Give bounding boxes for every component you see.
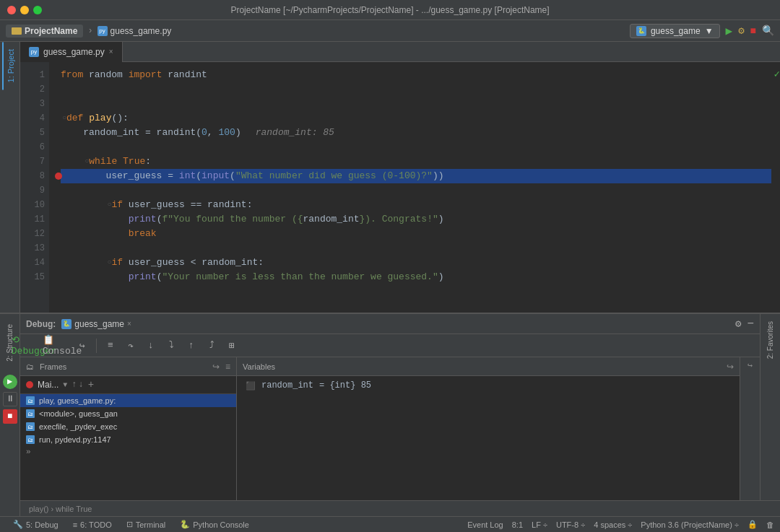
code-line: ○def play(): bbox=[61, 111, 771, 126]
frame-item[interactable]: 🗂 play, guess_game.py: bbox=[20, 394, 236, 407]
tab-close-button[interactable]: × bbox=[109, 48, 113, 56]
status-right: Event Log 8:1 LF ÷ UTF-8 ÷ 4 spaces ÷ Py… bbox=[467, 520, 774, 529]
indent[interactable]: 4 spaces ÷ bbox=[594, 520, 632, 529]
code-line bbox=[61, 82, 771, 97]
code-line: break bbox=[61, 227, 771, 241]
resume-button[interactable]: ▶ bbox=[3, 375, 17, 389]
debug-header: Debug: 🐍 guess_game × ⚙ − bbox=[20, 314, 760, 334]
encoding[interactable]: UTF-8 ÷ bbox=[556, 520, 585, 529]
python-console-tab[interactable]: 🐍 Python Console bbox=[173, 517, 256, 533]
sidebar-item-favorites[interactable]: 2: Favorites bbox=[763, 314, 777, 366]
tab-label: guess_game.py bbox=[43, 47, 105, 57]
editor-tab-bar: py guess_game.py × bbox=[20, 42, 780, 62]
line-ending[interactable]: LF ÷ bbox=[532, 520, 547, 529]
sidebar-item-project[interactable]: 1: Project bbox=[2, 42, 18, 90]
debug-tab-name: guess_game bbox=[74, 319, 124, 329]
debug-button[interactable]: ⚙ bbox=[738, 25, 744, 37]
window-title: ProjectName [~/PycharmProjects/ProjectNa… bbox=[230, 5, 549, 15]
frame-icon: 🗂 bbox=[26, 435, 35, 444]
debug-tab-icon: 🔧 bbox=[13, 520, 23, 529]
editor-tab-guess-game[interactable]: py guess_game.py × bbox=[20, 42, 123, 62]
pause-button[interactable]: ⏸ bbox=[3, 392, 17, 406]
code-line: ○while True: bbox=[61, 154, 771, 169]
debug-minimize-icon[interactable]: − bbox=[747, 318, 754, 331]
thread-selector[interactable]: Mai... ▼ ↑ ↓ + bbox=[20, 376, 236, 394]
run-button[interactable]: ▶ bbox=[726, 24, 733, 38]
minimize-button[interactable] bbox=[20, 6, 29, 14]
breadcrumb-toolbar: ProjectName › py guess_game.py 🐍 guess_g… bbox=[0, 20, 780, 42]
code-line bbox=[61, 241, 771, 256]
sidebar-item-structure[interactable]: 2: Structure bbox=[3, 317, 17, 369]
console-tab[interactable]: 📋 Console bbox=[54, 338, 70, 354]
run-configuration[interactable]: 🐍 guess_game ▼ bbox=[630, 24, 720, 38]
redirect-input-btn[interactable]: ↪ bbox=[74, 338, 90, 354]
thread-up-btn[interactable]: ↑ bbox=[72, 380, 77, 390]
frame-icon: 🗂 bbox=[26, 396, 35, 405]
var-name: random_int bbox=[261, 380, 313, 391]
frame-label: run, pydevd.py:1147 bbox=[39, 435, 111, 444]
debug-tab-label: 5: Debug bbox=[26, 520, 58, 529]
toolbar-separator bbox=[96, 339, 97, 353]
frame-item[interactable]: 🗂 <module>, guess_gan bbox=[20, 407, 236, 420]
panel-action-btn[interactable]: ↪ bbox=[748, 360, 753, 371]
thread-add-btn[interactable]: + bbox=[88, 379, 94, 391]
code-line bbox=[61, 140, 771, 154]
code-line: print(f"You found the number ({random_in… bbox=[61, 212, 771, 227]
project-breadcrumb[interactable]: ProjectName bbox=[6, 25, 83, 38]
variables-panel-header: Variables ↪ bbox=[237, 357, 740, 376]
window-controls[interactable] bbox=[7, 6, 42, 14]
var-type-icon: ⬛ bbox=[246, 381, 256, 391]
checkmark-icon: ✓ bbox=[774, 68, 780, 80]
frame-icon: 🗂 bbox=[26, 422, 35, 431]
step-into-btn[interactable]: ↓ bbox=[143, 338, 159, 354]
debug-right-panel: ↪ bbox=[740, 357, 760, 500]
file-breadcrumb[interactable]: py guess_game.py bbox=[98, 26, 172, 36]
close-button[interactable] bbox=[7, 6, 16, 14]
favorites-panel: 2: Favorites bbox=[760, 314, 780, 500]
debug-tab-icon: 🐍 bbox=[61, 319, 72, 329]
terminal-status-tab[interactable]: ⊡ Terminal bbox=[119, 517, 173, 533]
debug-tab-close[interactable]: × bbox=[127, 320, 131, 328]
debug-label: Debug: bbox=[26, 319, 56, 329]
file-name: guess_game.py bbox=[110, 26, 172, 36]
debug-tab-guess-game[interactable]: 🐍 guess_game × bbox=[61, 319, 131, 329]
variables-panel: Variables ↪ ⬛ random_int = {int} 85 bbox=[237, 357, 740, 500]
python-console-label: Python Console bbox=[193, 520, 249, 529]
run-to-cursor-btn[interactable]: ⤴ bbox=[204, 338, 220, 354]
thread-status-dot bbox=[26, 381, 33, 388]
frame-item[interactable]: 🗂 execfile, _pydev_exec bbox=[20, 420, 236, 433]
step-over-btn[interactable]: ↷ bbox=[123, 338, 139, 354]
dropdown-icon: ▼ bbox=[705, 26, 714, 36]
todo-status-tab[interactable]: ≡ 6: TODO bbox=[66, 517, 119, 533]
trash-icon: 🗑 bbox=[766, 520, 774, 529]
event-log-link[interactable]: Event Log bbox=[467, 520, 503, 529]
stop-debug-button[interactable]: ■ bbox=[3, 409, 17, 424]
debug-settings-icon[interactable]: ⚙ bbox=[735, 318, 741, 330]
thread-down-btn[interactable]: ↓ bbox=[79, 380, 84, 390]
frames-more-btn[interactable]: » bbox=[20, 446, 37, 458]
frame-item[interactable]: 🗂 run, pydevd.py:1147 bbox=[20, 433, 236, 446]
step-out-btn[interactable]: ↑ bbox=[183, 338, 199, 354]
restore-layout-btn[interactable]: ≡ bbox=[103, 338, 118, 354]
run-config-icon: 🐍 bbox=[636, 26, 646, 36]
python-console-icon: 🐍 bbox=[180, 520, 190, 529]
folder-icon bbox=[12, 27, 22, 35]
search-button[interactable]: 🔍 bbox=[762, 25, 774, 37]
cursor-position[interactable]: 8:1 bbox=[512, 520, 523, 529]
evaluate-btn[interactable]: ⊞ bbox=[224, 338, 240, 354]
thread-dropdown-icon[interactable]: ▼ bbox=[63, 381, 67, 389]
variables-title: Variables bbox=[243, 362, 275, 371]
stop-button[interactable]: ■ bbox=[750, 25, 756, 37]
python-version[interactable]: Python 3.6 (ProjectName) ÷ bbox=[641, 520, 739, 529]
frames-expand-btn[interactable]: ≡ bbox=[225, 362, 230, 372]
debug-main: Debug: 🐍 guess_game × ⚙ − ⟲ Debugger 📋 C… bbox=[20, 314, 760, 500]
step-into-my-code-btn[interactable]: ⤵ bbox=[163, 338, 179, 354]
status-bar: 🔧 5: Debug ≡ 6: TODO ⊡ Terminal 🐍 Python… bbox=[0, 516, 780, 532]
debugger-tab[interactable]: ⟲ Debugger bbox=[26, 338, 42, 354]
debug-content: 🗂 Frames ↪ ≡ Mai... ▼ ↑ ↓ bbox=[20, 357, 760, 500]
variables-action-btn[interactable]: ↪ bbox=[727, 362, 734, 372]
frames-action-btn[interactable]: ↪ bbox=[212, 362, 220, 372]
frames-label: 🗂 bbox=[26, 362, 34, 371]
debug-status-tab[interactable]: 🔧 5: Debug bbox=[6, 517, 66, 533]
maximize-button[interactable] bbox=[33, 6, 42, 14]
